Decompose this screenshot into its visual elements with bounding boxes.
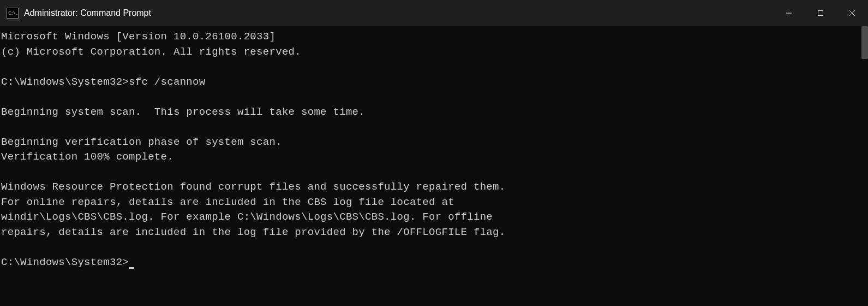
titlebar[interactable]: C:\. Administrator: Command Prompt <box>0 0 868 26</box>
prompt-path-1: C:\Windows\System32> <box>1 76 129 88</box>
output-line-5: For online repairs, details are included… <box>1 196 454 208</box>
app-icon-text: C:\. <box>8 11 18 16</box>
terminal-area[interactable]: Microsoft Windows [Version 10.0.26100.20… <box>0 26 868 306</box>
window-title: Administrator: Command Prompt <box>24 8 151 18</box>
prompt-command-1: sfc /scannow <box>129 76 205 88</box>
prompt-path-2: C:\Windows\System32> <box>1 256 129 268</box>
output-line-7: repairs, details are included in the log… <box>1 226 505 238</box>
output-line-2: Beginning verification phase of system s… <box>1 136 282 148</box>
terminal-content: Microsoft Windows [Version 10.0.26100.20… <box>1 30 867 270</box>
output-line-6: windir\Logs\CBS\CBS.log. For example C:\… <box>1 211 493 223</box>
header-line-1: Microsoft Windows [Version 10.0.26100.20… <box>1 31 276 43</box>
command-prompt-icon: C:\. <box>7 8 19 19</box>
cursor <box>129 267 134 269</box>
close-icon <box>849 10 855 16</box>
window-controls <box>773 0 868 26</box>
minimize-button[interactable] <box>773 0 805 26</box>
output-line-4: Windows Resource Protection found corrup… <box>1 181 505 193</box>
svg-rect-1 <box>818 11 823 16</box>
maximize-button[interactable] <box>805 0 836 26</box>
header-line-2: (c) Microsoft Corporation. All rights re… <box>1 46 301 58</box>
close-button[interactable] <box>836 0 868 26</box>
minimize-icon <box>786 10 792 16</box>
output-line-3: Verification 100% complete. <box>1 151 173 163</box>
output-line-1: Beginning system scan. This process will… <box>1 106 365 118</box>
scrollbar-thumb[interactable] <box>861 26 868 59</box>
titlebar-left: C:\. Administrator: Command Prompt <box>7 8 151 19</box>
maximize-icon <box>817 10 824 16</box>
